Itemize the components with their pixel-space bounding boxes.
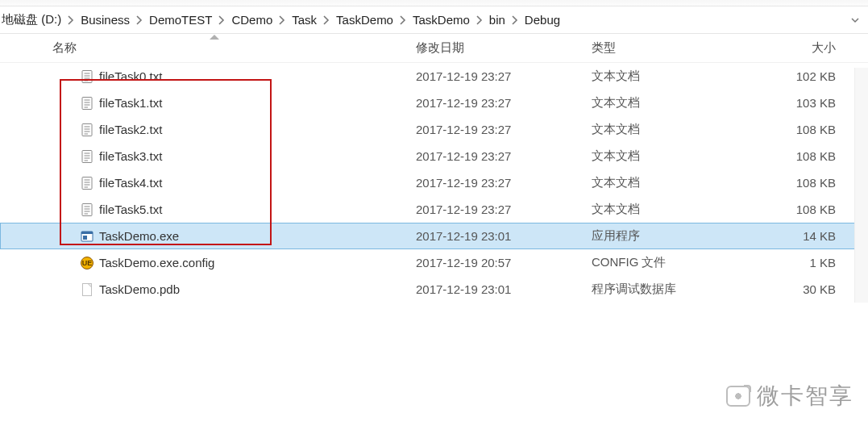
file-date: 2017-12-19 23:01: [409, 282, 585, 296]
vertical-scrollbar[interactable]: [854, 68, 868, 303]
chevron-right-icon[interactable]: [279, 15, 285, 26]
address-bar[interactable]: 地磁盘 (D:)BusinessDemoTESTCDemoTaskTaskDem…: [0, 6, 868, 34]
file-row[interactable]: fileTask3.txt2017-12-19 23:27文本文档108 KB: [0, 143, 868, 169]
file-row[interactable]: TaskDemo.exe2017-12-19 23:01应用程序14 KB: [0, 223, 868, 249]
chevron-right-icon[interactable]: [323, 15, 330, 26]
watermark-text: 微卡智享: [757, 381, 853, 411]
file-size: 108 KB: [732, 123, 868, 136]
column-header-type[interactable]: 类型: [585, 40, 732, 56]
file-type: CONFIG 文件: [585, 255, 732, 270]
file-name: fileTask2.txt: [99, 123, 162, 136]
text-file-icon: [80, 123, 94, 137]
file-name: fileTask4.txt: [99, 176, 162, 190]
file-type: 程序调试数据库: [585, 282, 732, 297]
column-headers[interactable]: 名称 修改日期 类型 大小: [0, 34, 868, 63]
file-type: 文本文档: [585, 202, 732, 217]
file-name: TaskDemo.exe: [99, 229, 179, 243]
watermark: 微卡智享: [726, 381, 853, 411]
file-row[interactable]: fileTask0.txt2017-12-19 23:27文本文档102 KB: [0, 63, 868, 90]
file-date: 2017-12-19 23:27: [409, 123, 585, 136]
file-row[interactable]: fileTask5.txt2017-12-19 23:27文本文档108 KB: [0, 196, 868, 223]
file-size: 30 KB: [732, 282, 868, 296]
file-date: 2017-12-19 23:27: [409, 149, 585, 163]
text-file-icon: [80, 203, 94, 217]
chevron-right-icon[interactable]: [136, 15, 143, 26]
text-file-icon: [80, 96, 94, 111]
file-name: fileTask0.txt: [99, 69, 162, 83]
file-size: 108 KB: [732, 203, 868, 216]
file-name: fileTask1.txt: [99, 96, 162, 110]
file-name: fileTask3.txt: [99, 149, 162, 163]
chevron-right-icon[interactable]: [512, 15, 518, 26]
chevron-right-icon[interactable]: [400, 15, 406, 26]
file-size: 102 KB: [732, 69, 868, 83]
breadcrumb-segment[interactable]: bin: [488, 10, 507, 29]
application-icon: [80, 229, 94, 244]
file-date: 2017-12-19 23:27: [409, 176, 585, 190]
breadcrumb-segment[interactable]: Task: [290, 10, 318, 29]
file-name: TaskDemo.exe.config: [99, 256, 214, 269]
file-row[interactable]: fileTask4.txt2017-12-19 23:27文本文档108 KB: [0, 169, 868, 196]
breadcrumb-segment[interactable]: TaskDemo: [334, 10, 395, 29]
file-type: 文本文档: [585, 122, 732, 137]
column-header-name[interactable]: 名称: [0, 40, 409, 56]
file-list: 名称 修改日期 类型 大小 fileTask0.txt2017-12-19 23…: [0, 34, 868, 303]
text-file-icon: [80, 69, 94, 84]
file-size: 14 KB: [732, 229, 868, 243]
file-size: 103 KB: [732, 96, 868, 110]
pdb-file-icon: [80, 282, 94, 297]
file-name: TaskDemo.pdb: [99, 282, 180, 296]
column-header-date[interactable]: 修改日期: [409, 40, 585, 56]
chevron-right-icon[interactable]: [218, 15, 225, 26]
breadcrumb-segment[interactable]: 地磁盘 (D:): [0, 10, 63, 30]
file-row[interactable]: fileTask2.txt2017-12-19 23:27文本文档108 KB: [0, 116, 868, 143]
text-file-icon: [80, 149, 94, 164]
file-type: 文本文档: [585, 148, 732, 164]
breadcrumb-segment[interactable]: DemoTEST: [147, 10, 214, 29]
chevron-right-icon[interactable]: [476, 15, 483, 26]
file-size: 1 KB: [732, 256, 868, 269]
sort-ascending-icon: [210, 35, 219, 40]
ribbon-group-strip: 组织 新建 打开 选择: [0, 0, 868, 6]
chevron-right-icon[interactable]: [68, 15, 74, 26]
file-date: 2017-12-19 20:57: [409, 256, 585, 269]
wechat-icon: [726, 386, 750, 407]
breadcrumb-segment[interactable]: Business: [79, 10, 131, 29]
text-file-icon: [80, 176, 94, 190]
file-type: 文本文档: [585, 95, 732, 111]
file-date: 2017-12-19 23:27: [409, 203, 585, 216]
column-header-size[interactable]: 大小: [732, 40, 868, 56]
file-size: 108 KB: [732, 149, 868, 163]
file-date: 2017-12-19 23:01: [409, 229, 585, 243]
file-name: fileTask5.txt: [99, 203, 162, 216]
breadcrumb-segment[interactable]: TaskDemo: [411, 10, 471, 29]
file-type: 文本文档: [585, 175, 732, 190]
file-size: 108 KB: [732, 176, 868, 190]
file-row[interactable]: TaskDemo.exe.config2017-12-19 20:57CONFI…: [0, 249, 868, 276]
file-type: 文本文档: [585, 69, 732, 84]
file-date: 2017-12-19 23:27: [409, 69, 585, 83]
breadcrumb-segment[interactable]: Debug: [523, 10, 562, 29]
file-type: 应用程序: [585, 228, 732, 244]
config-file-icon: [80, 256, 94, 270]
breadcrumb[interactable]: 地磁盘 (D:)BusinessDemoTESTCDemoTaskTaskDem…: [0, 10, 850, 30]
file-date: 2017-12-19 23:27: [409, 96, 585, 110]
chevron-down-icon[interactable]: [850, 15, 860, 25]
file-row[interactable]: fileTask1.txt2017-12-19 23:27文本文档103 KB: [0, 90, 868, 116]
file-row[interactable]: TaskDemo.pdb2017-12-19 23:01程序调试数据库30 KB: [0, 276, 868, 303]
breadcrumb-segment[interactable]: CDemo: [230, 10, 274, 29]
